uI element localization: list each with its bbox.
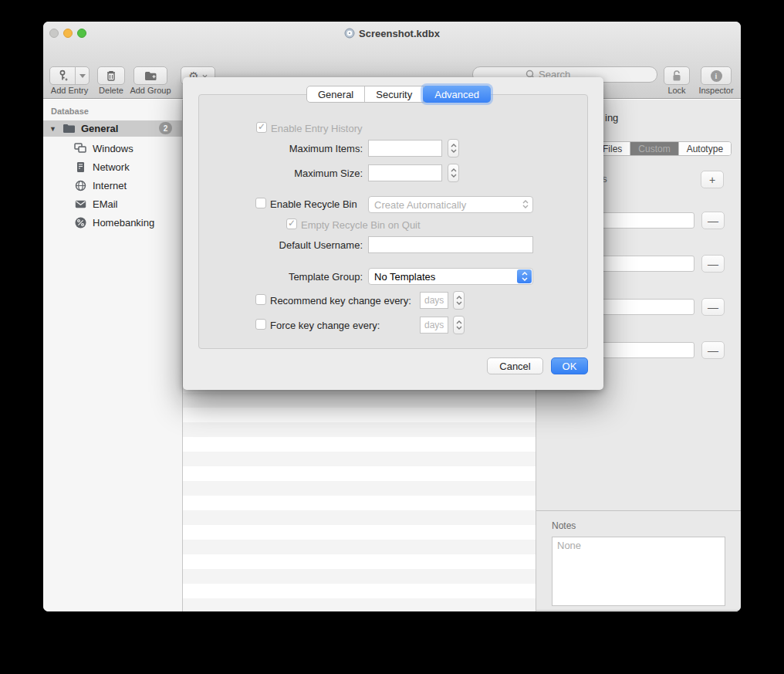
popup-chevrons-icon <box>517 269 532 283</box>
window-title: Screenshot.kdbx <box>359 28 440 39</box>
template-group-popup[interactable]: No Templates <box>368 268 533 285</box>
chevron-up-icon <box>456 296 462 300</box>
sidebar-item-label: General <box>81 123 118 134</box>
default-username-input[interactable] <box>368 236 533 253</box>
remove-field-button[interactable]: — <box>701 212 725 229</box>
enable-recycle-bin-label: Enable Recycle Bin <box>270 198 357 210</box>
maximum-size-label: Maximum Size: <box>198 168 363 179</box>
template-group-label: Template Group: <box>198 271 363 283</box>
cancel-button[interactable]: Cancel <box>487 357 543 374</box>
sidebar-item-internet[interactable]: Internet <box>43 177 182 194</box>
recommend-days-input[interactable] <box>420 292 448 309</box>
empty-recycle-bin-label: Empty Recycle Bin on Quit <box>301 219 421 231</box>
chevron-up-icon <box>451 144 457 147</box>
recommend-days-stepper[interactable] <box>453 291 465 310</box>
document-icon <box>344 28 355 39</box>
lock-label: Lock <box>654 86 699 95</box>
maximum-items-stepper[interactable] <box>448 139 459 157</box>
tab-advanced[interactable]: Advanced <box>423 86 491 103</box>
maximum-items-label: Maximum Items: <box>198 143 363 154</box>
ok-button[interactable]: OK <box>551 357 588 374</box>
windows-icon <box>74 142 86 154</box>
add-entry-label: Add Entry <box>46 86 93 95</box>
inspector-button[interactable]: i <box>701 66 732 85</box>
sidebar-item-email[interactable]: EMail <box>43 195 182 212</box>
chevron-down-icon[interactable] <box>76 67 89 84</box>
key-plus-icon <box>50 67 75 84</box>
add-group-label: Add Group <box>127 86 174 95</box>
sidebar-item-homebanking[interactable]: Homebanking <box>43 214 182 231</box>
tab-general[interactable]: General <box>307 86 365 102</box>
chevron-down-icon <box>451 149 457 153</box>
recycle-bin-popup: Create Automatically <box>368 196 533 213</box>
add-entry-button[interactable] <box>49 66 90 85</box>
chevron-up-icon <box>456 320 462 324</box>
chevron-down-icon <box>456 301 462 305</box>
maximum-items-input[interactable] <box>368 140 442 157</box>
folder-plus-icon <box>144 70 157 81</box>
disclosure-triangle-icon[interactable]: ▼ <box>49 125 56 133</box>
dialog-tab-bar: General Security Advanced <box>306 86 491 103</box>
tab-autotype[interactable]: Autotype <box>679 142 731 155</box>
info-icon: i <box>711 70 722 82</box>
chevron-down-icon <box>456 326 462 330</box>
divider <box>536 510 741 511</box>
delete-label: Delete <box>91 86 131 95</box>
maximum-size-input[interactable] <box>368 164 442 181</box>
lock-button[interactable] <box>664 66 690 85</box>
notes-textarea[interactable] <box>552 537 725 606</box>
sidebar: Database ▼ General 2 Windows Network Int… <box>43 100 183 611</box>
enable-entry-history-checkbox <box>256 122 267 133</box>
sidebar-item-network[interactable]: Network <box>43 158 182 175</box>
inspector-title-fragment: ing <box>605 112 618 124</box>
delete-button[interactable] <box>97 66 125 85</box>
percent-icon <box>74 216 86 229</box>
add-field-button[interactable]: + <box>701 171 724 188</box>
remove-field-button[interactable]: — <box>701 255 725 273</box>
inspector-segmented-control: Files Custom Autotype <box>594 141 732 156</box>
tab-security[interactable]: Security <box>365 86 424 102</box>
enable-recycle-bin-checkbox[interactable] <box>255 198 266 208</box>
sidebar-item-windows[interactable]: Windows <box>43 140 182 157</box>
add-group-button[interactable] <box>133 66 167 85</box>
inspector-footer <box>536 611 741 611</box>
globe-icon <box>74 179 86 191</box>
sidebar-item-general[interactable]: ▼ General 2 <box>43 120 182 137</box>
trash-icon <box>106 69 117 82</box>
sidebar-section-header: Database <box>51 107 89 116</box>
count-badge: 2 <box>159 122 172 134</box>
chevron-down-icon <box>451 174 457 178</box>
default-username-label: Default Username: <box>198 239 363 251</box>
force-key-change-label: Force key change every: <box>270 320 380 331</box>
force-key-change-checkbox[interactable] <box>255 319 266 330</box>
maximum-size-stepper[interactable] <box>448 164 459 182</box>
chevron-up-icon <box>451 168 457 172</box>
popup-chevrons-icon <box>522 200 529 208</box>
enable-entry-history-label: Enable Entry History <box>271 123 363 134</box>
tab-custom[interactable]: Custom <box>630 142 678 155</box>
remove-field-button[interactable]: — <box>701 341 725 359</box>
inspector-label: Inspector <box>694 86 738 95</box>
unlock-icon <box>671 69 682 82</box>
titlebar: Screenshot.kdbx <box>43 26 741 40</box>
recommend-key-change-label: Recommend key change every: <box>270 295 411 307</box>
force-days-stepper[interactable] <box>453 316 465 334</box>
force-days-input[interactable] <box>420 317 448 334</box>
empty-recycle-bin-checkbox <box>286 218 297 229</box>
notes-label: Notes <box>552 520 576 531</box>
folder-icon <box>63 124 76 134</box>
remove-field-button[interactable]: — <box>701 298 725 316</box>
recommend-key-change-checkbox[interactable] <box>255 294 266 305</box>
email-icon <box>74 198 86 210</box>
server-icon <box>74 161 86 173</box>
database-settings-dialog: General Security Advanced Enable Entry H… <box>183 77 603 390</box>
